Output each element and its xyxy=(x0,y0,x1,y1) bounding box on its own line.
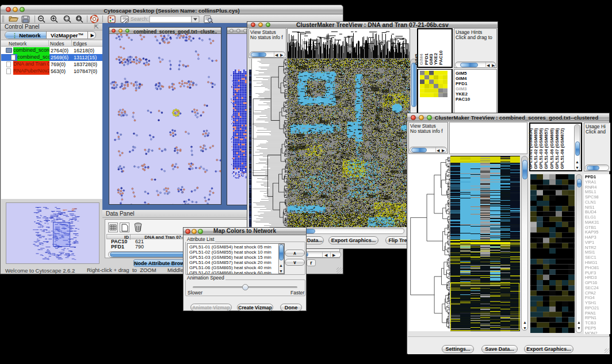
svg-text:Search:: Search: xyxy=(131,16,148,22)
